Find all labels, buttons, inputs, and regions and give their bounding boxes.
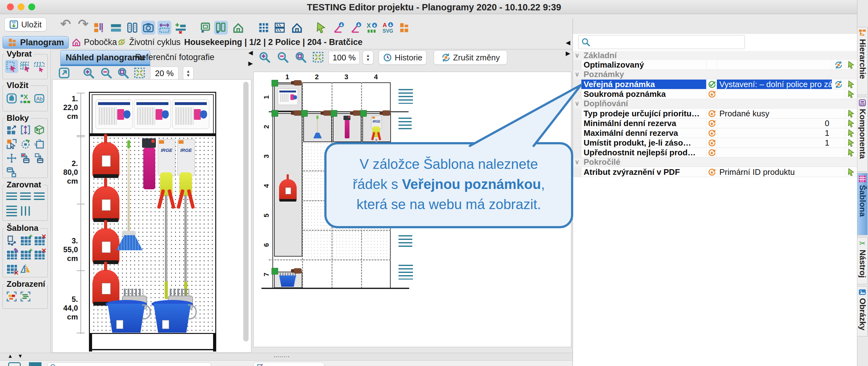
property-value[interactable]: 1 — [717, 138, 832, 148]
property-row-soukroma-poznamka[interactable]: Soukromá poznámka — [573, 89, 857, 99]
refresh-x-icon[interactable] — [834, 61, 843, 69]
expand-right-icon[interactable]: ▶ — [248, 60, 253, 66]
expand-properties-icon[interactable]: ▶ — [566, 50, 570, 56]
pdf-export-alt-icon[interactable] — [349, 21, 363, 35]
side-tab-nastroj[interactable]: ✂ Nástroj — [857, 237, 868, 284]
select-row-tool[interactable] — [33, 60, 46, 73]
side-tab-hierarchie[interactable]: Hierarchie — [857, 27, 868, 95]
cursor-icon[interactable] — [847, 61, 856, 69]
chevron-down-icon[interactable]: ∨ — [575, 51, 580, 60]
tab-reference-photos[interactable]: Referenční fotografie — [130, 50, 219, 64]
preview-zoom-value[interactable]: 20 % — [150, 67, 179, 80]
cursor-cell[interactable] — [845, 128, 857, 138]
property-value[interactable]: Prodané kusy — [717, 109, 832, 118]
property-row-verejna-poznamka[interactable]: Veřejná poznámka Vystavení: – dolní poli… — [573, 80, 857, 89]
property-group-poznamky[interactable]: ∨ Poznámky — [573, 70, 857, 79]
template-clear-tool[interactable]: ✕ — [5, 262, 18, 275]
cursor-icon[interactable] — [847, 148, 856, 157]
history-button[interactable]: Historie — [379, 50, 427, 65]
collapse-properties-icon[interactable]: ◀ — [566, 40, 570, 45]
add-remove-shelf-icon[interactable] — [174, 21, 188, 35]
blocks-3d-box-tool[interactable] — [33, 123, 46, 136]
cursor-icon[interactable] — [847, 90, 856, 98]
cursor-cell[interactable] — [845, 148, 857, 157]
template-mirror-tool[interactable] — [19, 262, 32, 275]
blocks-arrange-tool[interactable] — [5, 123, 18, 136]
blocks-move-tool[interactable] — [5, 152, 18, 165]
view-heatmap-tool[interactable] — [5, 290, 18, 303]
preview-zoom-stepper[interactable]: ▲▼ — [183, 66, 194, 80]
template-add-row-tool[interactable]: + — [19, 234, 32, 247]
hook-clip-icon[interactable] — [382, 110, 390, 116]
detail-zoom-stepper[interactable]: ▲▼ — [363, 51, 373, 64]
property-group-doplnovani[interactable]: ∨ Doplňování — [573, 99, 857, 109]
hook-clip-icon[interactable] — [293, 80, 302, 86]
property-row-min-rezerva[interactable]: Minimální denní rezerva 0 — [573, 119, 857, 128]
insert-text-tool[interactable]: Ab — [33, 92, 46, 105]
product-dustpan[interactable] — [92, 186, 119, 221]
excel-export-icon[interactable]: X — [365, 21, 379, 35]
product-properties-icon[interactable] — [92, 21, 105, 35]
template-remove-col-tool[interactable]: ✕ — [33, 248, 46, 261]
zoom-out-icon[interactable] — [100, 67, 113, 79]
align-left-tool[interactable] — [5, 190, 18, 204]
product-dustpan[interactable] — [92, 142, 119, 177]
cursor-icon[interactable] — [847, 129, 856, 138]
property-value-selected[interactable]: Vystavení: – dolní police pro zásob… — [717, 80, 832, 89]
blocks-delete-drop-tool[interactable] — [19, 152, 32, 165]
cursor-cell[interactable] — [845, 109, 857, 118]
discard-changes-button[interactable]: Zrušit změny — [434, 50, 507, 65]
stocked-shelves-icon[interactable] — [273, 21, 287, 35]
property-value[interactable] — [717, 89, 832, 99]
cursor-cell[interactable] — [845, 80, 857, 89]
property-group-pokrocile[interactable]: ∨ Pokročilé — [573, 157, 857, 167]
product-mop-package[interactable] — [134, 99, 171, 129]
product-flat-mop[interactable]: IRGE — [158, 139, 175, 301]
product-mop-bucket[interactable] — [105, 293, 148, 333]
anchor-marker[interactable] — [272, 268, 278, 274]
insert-product-tool[interactable] — [5, 92, 18, 105]
slot-mop[interactable]: IRGE — [362, 113, 391, 142]
select-block-tool[interactable] — [19, 60, 32, 73]
pdf-export-icon[interactable] — [332, 21, 345, 35]
template-format-tool[interactable]: ✎ — [5, 248, 18, 261]
collapse-left-icon[interactable]: ◀ — [248, 50, 253, 56]
store-icon[interactable] — [290, 21, 304, 35]
product-broom-handle[interactable] — [128, 140, 130, 233]
view-structure-tool[interactable] — [19, 290, 32, 303]
blocks-vertical-space-tool[interactable] — [19, 123, 32, 136]
property-row-atribut-pdf[interactable]: Atribut zvýraznění v PDF Primární ID pro… — [573, 167, 857, 177]
align-center-tool[interactable] — [19, 190, 32, 204]
property-row-typ-prodeje[interactable]: Typ prodeje určující prioritu… Prodané k… — [573, 109, 857, 119]
chevron-down-icon[interactable]: ∨ — [575, 70, 580, 79]
zoom-fit-icon[interactable] — [133, 67, 146, 79]
cursor-cell[interactable] — [845, 60, 857, 69]
property-search-input[interactable] — [578, 35, 745, 49]
property-row-optimalizovany[interactable]: Optimalizovaný — [573, 60, 857, 70]
property-row-umistit-produkt[interactable]: Umístit produkt, je-li záso… 1 — [573, 138, 857, 148]
detail-zoom-value[interactable]: 100 % — [329, 51, 360, 64]
side-tab-obrazky[interactable]: Obrázky — [857, 286, 868, 336]
cursor-icon[interactable] — [847, 110, 856, 118]
detail-zoom-in-icon[interactable] — [258, 51, 271, 63]
product-mop-package[interactable] — [96, 99, 133, 129]
product-mop-package[interactable] — [172, 99, 209, 129]
redo-icon[interactable]: ↷ — [78, 17, 89, 31]
align-right-tool[interactable] — [33, 190, 46, 204]
dimensions-icon[interactable] — [157, 21, 171, 35]
zoom-in-icon[interactable] — [82, 67, 95, 79]
splitter-handle[interactable] — [274, 356, 289, 357]
reset-cell[interactable] — [832, 60, 845, 69]
cursor-cell[interactable] — [845, 89, 857, 99]
cursor-icon[interactable] — [847, 119, 856, 128]
hook-clip-icon[interactable] — [293, 110, 302, 116]
export-cursor-icon[interactable] — [314, 21, 328, 35]
blocks-extract-tool[interactable] — [5, 166, 18, 179]
slot-package[interactable] — [274, 84, 302, 111]
fixture-single-icon[interactable] — [198, 21, 212, 35]
note-lines-icon[interactable] — [399, 89, 413, 104]
tab-lifecycle[interactable]: Životní cyklus — [113, 36, 185, 48]
hook-clip-icon[interactable] — [352, 110, 361, 116]
side-tab-komponenta[interactable]: Komponenta — [857, 97, 868, 172]
detail-zoom-out-icon[interactable] — [277, 51, 289, 63]
